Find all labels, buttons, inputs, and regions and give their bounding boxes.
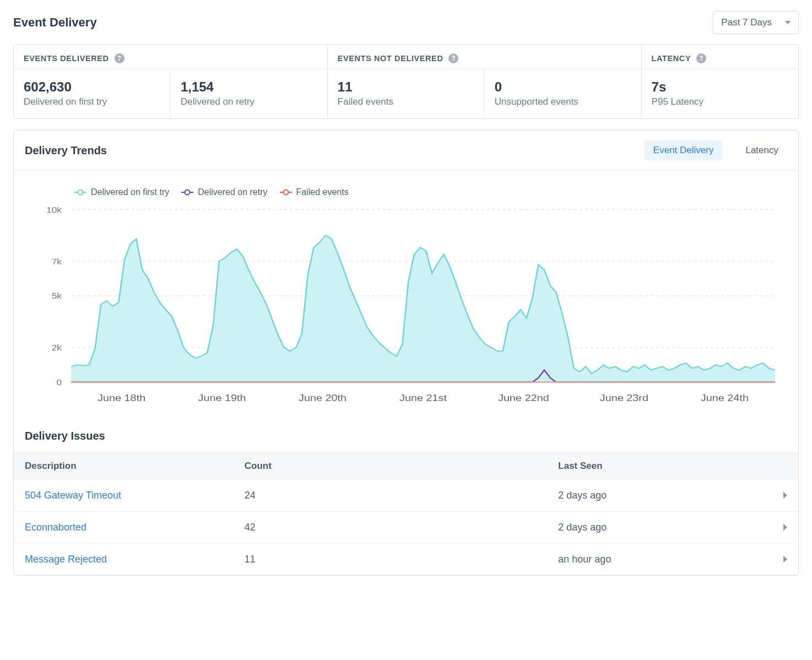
stat-value: 602,630 — [24, 78, 160, 95]
issue-last-seen: 2 days ago — [547, 512, 772, 544]
column-header-spacer — [772, 453, 798, 480]
x-tick-label: June 22nd — [498, 392, 549, 403]
stat-label: Failed events — [338, 96, 474, 107]
x-tick-label: June 18th — [98, 392, 145, 403]
stat-label: P95 Latency — [652, 96, 788, 107]
chevron-right-icon — [783, 524, 787, 531]
stat: 7sP95 Latency — [642, 69, 798, 118]
issue-link[interactable]: Econnaborted — [25, 522, 86, 533]
legend-label: Failed events — [296, 187, 349, 197]
legend-item: Failed events — [280, 187, 349, 197]
stat: 11Failed events — [328, 69, 485, 118]
y-tick-label: 10k — [46, 207, 62, 214]
legend-item: Delivered on retry — [181, 187, 267, 197]
legend-swatch-icon — [181, 192, 193, 193]
issue-count: 11 — [234, 544, 548, 576]
page-title: Event Delivery — [13, 15, 97, 30]
chevron-right-icon — [783, 556, 787, 562]
table-row[interactable]: 504 Gateway Timeout242 days ago — [14, 480, 798, 512]
legend-label: Delivered on retry — [198, 187, 267, 197]
delivery-trends-chart: 02k5k7k10kJune 18thJune 19thJune 20thJun… — [30, 207, 782, 405]
legend-swatch-icon — [74, 192, 86, 193]
issue-last-seen: an hour ago — [547, 544, 772, 576]
stat-label: Delivered on retry — [181, 96, 317, 107]
table-row[interactable]: Econnaborted422 days ago — [14, 512, 798, 544]
timerange-value: Past 7 Days — [721, 17, 772, 28]
stat: 0Unsupported events — [485, 69, 641, 118]
legend-swatch-icon — [280, 192, 292, 193]
stat-label: Delivered on first try — [24, 96, 160, 107]
stat-value: 11 — [338, 78, 474, 95]
x-tick-label: June 21st — [399, 392, 447, 403]
stats-group-header: LATENCY? — [642, 45, 798, 69]
column-header: Count — [234, 453, 548, 480]
stats-group-header: EVENTS DELIVERED? — [14, 45, 327, 69]
y-tick-label: 2k — [52, 343, 62, 353]
help-icon[interactable]: ? — [696, 53, 706, 63]
stat: 602,630Delivered on first try — [14, 69, 171, 118]
stat-label: Unsupported events — [495, 96, 631, 107]
stats-group-title: EVENTS DELIVERED — [24, 54, 109, 63]
stats-group: EVENTS NOT DELIVERED?11Failed events0Uns… — [328, 45, 642, 118]
stat-value: 0 — [495, 78, 631, 95]
table-row[interactable]: Message Rejected11an hour ago — [14, 544, 798, 576]
stat-value: 7s — [652, 78, 788, 95]
issue-link[interactable]: 504 Gateway Timeout — [25, 490, 121, 501]
stats-group: EVENTS DELIVERED?602,630Delivered on fir… — [14, 45, 328, 118]
legend-label: Delivered on first try — [91, 187, 169, 197]
trends-tabs: Event DeliveryLatency — [645, 140, 787, 160]
y-tick-label: 0 — [56, 377, 62, 387]
stats-card: EVENTS DELIVERED?602,630Delivered on fir… — [13, 44, 799, 119]
y-tick-label: 7k — [52, 257, 62, 266]
issue-last-seen: 2 days ago — [547, 480, 772, 512]
y-tick-label: 5k — [52, 291, 62, 301]
timerange-select[interactable]: Past 7 Days — [713, 11, 799, 34]
issues-title: Delivery Issues — [14, 419, 798, 452]
x-tick-label: June 23rd — [600, 392, 648, 403]
tab-latency[interactable]: Latency — [737, 140, 787, 160]
chevron-down-icon — [785, 21, 791, 24]
trends-panel: Delivery Trends Event DeliveryLatency De… — [13, 130, 799, 576]
trends-title: Delivery Trends — [25, 144, 107, 157]
column-header: Last Seen — [547, 453, 772, 480]
x-tick-label: June 20th — [299, 392, 347, 403]
stats-group-header: EVENTS NOT DELIVERED? — [328, 45, 641, 69]
chart-legend: Delivered on first tryDelivered on retry… — [74, 187, 782, 197]
stat-value: 1,154 — [181, 78, 317, 95]
help-icon[interactable]: ? — [448, 53, 458, 63]
stats-group-title: EVENTS NOT DELIVERED — [338, 54, 443, 63]
issue-count: 24 — [234, 480, 548, 512]
stats-group: LATENCY?7sP95 Latency — [642, 45, 798, 118]
tab-event-delivery[interactable]: Event Delivery — [645, 140, 723, 160]
column-header: Description — [14, 453, 234, 480]
stat: 1,154Delivered on retry — [171, 69, 327, 118]
stats-group-title: LATENCY — [652, 54, 691, 63]
legend-item: Delivered on first try — [74, 187, 169, 197]
delivery-issues: Delivery Issues DescriptionCountLast See… — [14, 419, 798, 575]
x-tick-label: June 19th — [198, 392, 246, 403]
x-tick-label: June 24th — [701, 392, 749, 403]
chevron-right-icon — [783, 492, 787, 499]
issues-table: DescriptionCountLast Seen 504 Gateway Ti… — [14, 452, 798, 575]
help-icon[interactable]: ? — [115, 53, 124, 63]
issue-link[interactable]: Message Rejected — [25, 554, 107, 565]
issue-count: 42 — [234, 512, 548, 544]
